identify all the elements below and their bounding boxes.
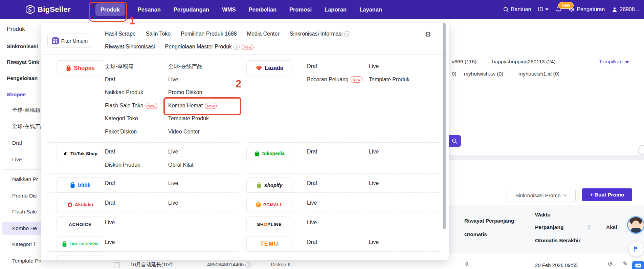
tampilkan-toggle[interactable]: Tampilkan	[599, 59, 629, 65]
announcement-button[interactable]	[629, 242, 644, 256]
shopee-link-template-produk[interactable]: Template Produk	[168, 116, 209, 122]
help-link[interactable]: Bantuan	[503, 6, 531, 13]
sidebar-item-promo-dis[interactable]: Promo Dis	[12, 193, 37, 199]
store-tab-3[interactable]: 0)	[452, 71, 457, 77]
nav-item-pergudangan[interactable]: Pergudangan	[174, 6, 209, 13]
lazada-link-draf[interactable]: Draf	[307, 63, 317, 69]
tiktok-link-draf[interactable]: Draf	[105, 149, 115, 155]
blibli-link-draf[interactable]: Draf	[105, 180, 115, 186]
shopee-logo[interactable]: Shopee	[56, 60, 104, 76]
bigseller-logo[interactable]: BigSeller	[26, 0, 71, 19]
tiktok-link-live[interactable]: Live	[168, 149, 178, 155]
support-agent-avatar[interactable]	[627, 216, 644, 234]
temu-link-live[interactable]: Live	[369, 239, 379, 245]
sidebar-item-flash-sale[interactable]: Flash Sale	[12, 209, 37, 215]
shopee-link-kategori-toko[interactable]: Kategori Toko	[105, 116, 138, 122]
akulaku-link-draf[interactable]: Draf	[105, 200, 115, 206]
shopee-link-promo-diskon[interactable]: Promo Diskon	[168, 89, 202, 96]
sidebar-item-全球-在线产品[interactable]: 全球-在线产品	[12, 123, 41, 130]
shopline-logo[interactable]: SHOPLINE	[246, 216, 292, 232]
lazada-link-template-produk[interactable]: Template Produk	[369, 77, 409, 83]
tokopedia-link-live[interactable]: Live	[369, 149, 379, 155]
sidebar-item-naikkan-pr[interactable]: Naikkan Pr	[12, 176, 38, 182]
fitur-umum-button[interactable]: Fitur Umum	[47, 34, 92, 48]
tiktok-link-obral-kilat[interactable]: Obral Kilat	[168, 162, 194, 168]
language-selector[interactable]: ID	[538, 6, 549, 13]
menu-link-salin-toko[interactable]: Salin Toko	[146, 31, 171, 37]
sidebar-item-sinkronisasi[interactable]: Sinkronisasi	[7, 43, 38, 49]
blibli-logo[interactable]: blibli	[56, 177, 104, 193]
menu-link-pengelolaan-master-produk[interactable]: Pengelolaan Master Produk?New	[165, 44, 253, 50]
sidebar-item-live[interactable]: Live	[12, 157, 22, 163]
sidebar-item-kategori-t[interactable]: Kategori T	[12, 241, 36, 247]
shopify-link-live[interactable]: Live	[369, 180, 379, 186]
menu-settings-icon[interactable]: ⚙	[425, 30, 431, 39]
refresh-icon[interactable]: ↺	[607, 260, 613, 268]
sidebar-item-pengelolaan[interactable]: Pengelolaan	[7, 75, 38, 81]
shopee-link-draf[interactable]: Draf	[105, 77, 115, 83]
pgmall-link-live[interactable]: Live	[307, 200, 317, 206]
sidebar-item-draf[interactable]: Draf	[12, 140, 22, 146]
tiktok-link-diskon-produk[interactable]: Diskon Produk	[105, 162, 140, 168]
shopee-link-全球-草稿箱[interactable]: 全球-草稿箱	[105, 63, 134, 70]
row-checkbox[interactable]	[114, 262, 120, 268]
edit-icon[interactable]: ✎	[623, 260, 628, 268]
buat-promo-button[interactable]: + Buat Promo	[582, 188, 632, 201]
menu-link-pemilihan-produk-1688[interactable]: Pemilihan Produk 1688	[181, 31, 237, 37]
menu-link-hasil-scrape[interactable]: Hasil Scrape	[105, 31, 136, 37]
shopee-link-flash-sale-toko[interactable]: Flash Sale TokoNew	[105, 102, 157, 109]
sidebar-item-template-produk[interactable]: Template Produk	[12, 258, 41, 264]
lazada-link-bocoran-peluang[interactable]: Bocoran PeluangNew	[307, 76, 362, 83]
blibli-link-live[interactable]: Live	[168, 180, 178, 186]
sort-toggle[interactable]	[587, 225, 591, 230]
shopee-link-video-center[interactable]: Video Center	[168, 129, 200, 135]
sidebar-item-riwayat-sink[interactable]: Riwayat Sink	[7, 59, 39, 65]
notifications-button[interactable]: New	[555, 6, 562, 13]
settings-button[interactable]: Pengaturan	[569, 6, 605, 13]
lazada-logo[interactable]: Lazada	[246, 60, 292, 76]
shopee-link-naikkan-produk[interactable]: Naikkan Produk	[105, 89, 143, 96]
settings-label: Pengaturan	[577, 6, 605, 13]
shopee-link-paket-diskon[interactable]: Paket Diskon	[105, 129, 137, 135]
nav-item-layanan[interactable]: Layanan	[359, 6, 382, 13]
menu-link-media-center[interactable]: Media Center	[247, 31, 280, 37]
lazada-link-live[interactable]: Live	[369, 63, 379, 69]
nav-item-promosi[interactable]: Promosi	[289, 6, 312, 13]
store-tab-5[interactable]: myhotwish1.id (0)	[518, 71, 559, 77]
line-link-live[interactable]: Live	[105, 239, 115, 245]
tokopedia-logo[interactable]: tokopedia	[246, 146, 292, 161]
shopee-link-live[interactable]: Live	[168, 77, 178, 83]
sinkronisasi-promo-button[interactable]: Sinkronisasi Promo	[507, 189, 576, 202]
shopee-link-全球-在线产品[interactable]: 全球-在线产品	[168, 63, 202, 70]
chat-widget-button[interactable]	[632, 261, 644, 269]
shopify-link-draf[interactable]: Draf	[307, 180, 317, 186]
achoice-logo[interactable]: ACHOICE	[56, 216, 104, 232]
menu-link-riwayat-sinkronisasi[interactable]: Riwayat Sinkronisasi	[105, 44, 155, 50]
partial-platform-logo[interactable]: •••	[56, 255, 104, 260]
tokopedia-link-draf[interactable]: Draf	[307, 149, 317, 155]
sidebar-item-kombo-he[interactable]: Kombo He	[12, 225, 37, 231]
store-tab-1[interactable]: v666 (116)	[452, 59, 476, 65]
store-tab-2[interactable]: happyshopping260113 (24)	[492, 59, 556, 65]
tiktok-logo[interactable]: TikTok Shop	[56, 146, 104, 161]
pgmall-logo[interactable]: PPGMALL	[246, 197, 292, 212]
shopify-logo[interactable]: shopify	[246, 177, 292, 193]
menu-scrollbar[interactable]	[443, 23, 446, 229]
temu-logo[interactable]: TEMU	[246, 236, 292, 252]
sidebar-item-shopee[interactable]: Shopee	[7, 91, 26, 98]
nav-item-wms[interactable]: WMS	[222, 6, 236, 13]
nav-item-laporan[interactable]: Laporan	[325, 6, 347, 13]
platform-divider	[246, 142, 440, 143]
temu-link-draf[interactable]: Draf	[307, 239, 317, 245]
nav-item-pembelian[interactable]: Pembelian	[248, 6, 276, 13]
nav-item-pesanan[interactable]: Pesanan	[138, 6, 161, 13]
sidebar-item-全球-草稿箱[interactable]: 全球-草稿箱	[12, 107, 40, 114]
line-logo[interactable]: LINE SHOPPING	[56, 236, 104, 252]
menu-link-sinkronisasi-informasi[interactable]: Sinkronisasi Informasi?	[290, 31, 351, 37]
user-account[interactable]: 26908...	[612, 6, 639, 13]
shopline-link-live[interactable]: Live	[307, 220, 317, 226]
akulaku-logo[interactable]: Akulaku	[56, 197, 104, 212]
store-tab-4[interactable]: myhotwish.tw (0)	[464, 71, 503, 77]
achoice-link-live[interactable]: Live	[105, 220, 115, 226]
akulaku-link-live[interactable]: Live	[168, 200, 178, 206]
